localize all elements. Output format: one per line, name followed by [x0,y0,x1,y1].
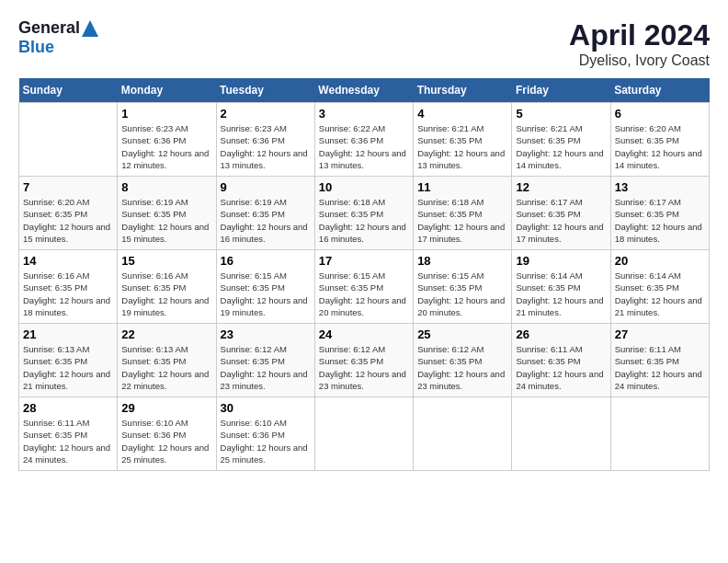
day-info: Sunrise: 6:22 AMSunset: 6:36 PMDaylight:… [319,122,409,171]
logo-blue-text: Blue [18,38,54,57]
day-info: Sunrise: 6:13 AMSunset: 6:35 PMDaylight:… [23,343,113,392]
day-number: 20 [615,254,705,268]
calendar-week-row: 28Sunrise: 6:11 AMSunset: 6:35 PMDayligh… [19,397,710,471]
table-row: 2Sunrise: 6:23 AMSunset: 6:36 PMDaylight… [216,103,314,177]
table-row: 12Sunrise: 6:17 AMSunset: 6:35 PMDayligh… [512,177,610,250]
calendar-week-row: 21Sunrise: 6:13 AMSunset: 6:35 PMDayligh… [19,324,710,397]
logo: General Blue [18,18,98,57]
col-friday: Friday [512,78,610,103]
day-number: 15 [121,254,211,268]
table-row: 28Sunrise: 6:11 AMSunset: 6:35 PMDayligh… [19,397,118,471]
day-number: 5 [516,107,606,121]
day-info: Sunrise: 6:14 AMSunset: 6:35 PMDaylight:… [516,270,606,318]
table-row: 14Sunrise: 6:16 AMSunset: 6:35 PMDayligh… [19,250,118,324]
table-row: 7Sunrise: 6:20 AMSunset: 6:35 PMDaylight… [19,177,118,250]
day-info: Sunrise: 6:18 AMSunset: 6:35 PMDaylight:… [417,196,507,245]
calendar-header-row: Sunday Monday Tuesday Wednesday Thursday… [19,78,710,103]
day-number: 27 [615,327,705,341]
table-row [610,397,709,471]
table-row: 23Sunrise: 6:12 AMSunset: 6:35 PMDayligh… [216,324,314,397]
table-row [19,103,118,177]
table-row: 29Sunrise: 6:10 AMSunset: 6:36 PMDayligh… [118,397,216,471]
day-number: 26 [516,327,606,341]
day-number: 23 [221,327,311,341]
day-info: Sunrise: 6:11 AMSunset: 6:35 PMDaylight:… [23,417,113,465]
day-info: Sunrise: 6:19 AMSunset: 6:35 PMDaylight:… [121,196,211,245]
day-number: 10 [319,180,409,194]
table-row: 22Sunrise: 6:13 AMSunset: 6:35 PMDayligh… [118,324,216,397]
day-info: Sunrise: 6:13 AMSunset: 6:35 PMDaylight:… [121,343,211,392]
day-info: Sunrise: 6:19 AMSunset: 6:35 PMDaylight:… [221,196,311,245]
day-number: 21 [23,327,113,341]
day-number: 25 [417,327,507,341]
day-number: 29 [121,401,211,415]
day-number: 30 [221,401,311,415]
table-row: 4Sunrise: 6:21 AMSunset: 6:35 PMDaylight… [414,103,512,177]
day-info: Sunrise: 6:15 AMSunset: 6:35 PMDaylight:… [417,270,507,318]
day-info: Sunrise: 6:20 AMSunset: 6:35 PMDaylight:… [23,196,113,245]
day-number: 22 [121,327,211,341]
day-number: 12 [516,180,606,194]
col-tuesday: Tuesday [216,78,314,103]
table-row [512,397,610,471]
day-info: Sunrise: 6:15 AMSunset: 6:35 PMDaylight:… [319,270,409,318]
day-info: Sunrise: 6:20 AMSunset: 6:35 PMDaylight:… [615,122,705,171]
svg-marker-0 [82,20,98,37]
page-title: April 2024 [569,18,710,52]
day-info: Sunrise: 6:12 AMSunset: 6:35 PMDaylight:… [417,343,507,392]
day-number: 8 [121,180,211,194]
day-number: 3 [319,107,409,121]
table-row: 30Sunrise: 6:10 AMSunset: 6:36 PMDayligh… [216,397,314,471]
day-number: 2 [221,107,311,121]
day-number: 24 [319,327,409,341]
table-row: 6Sunrise: 6:20 AMSunset: 6:35 PMDaylight… [610,103,709,177]
day-info: Sunrise: 6:12 AMSunset: 6:35 PMDaylight:… [221,343,311,392]
table-row: 5Sunrise: 6:21 AMSunset: 6:35 PMDaylight… [512,103,610,177]
day-number: 14 [23,254,113,268]
col-sunday: Sunday [19,78,118,103]
table-row: 17Sunrise: 6:15 AMSunset: 6:35 PMDayligh… [314,250,413,324]
day-info: Sunrise: 6:10 AMSunset: 6:36 PMDaylight:… [221,417,311,465]
col-saturday: Saturday [610,78,709,103]
day-info: Sunrise: 6:10 AMSunset: 6:36 PMDaylight:… [121,417,211,465]
table-row: 9Sunrise: 6:19 AMSunset: 6:35 PMDaylight… [216,177,314,250]
day-number: 1 [121,107,211,121]
page-header: General Blue April 2024 Dyeliso, Ivory C… [18,18,710,69]
table-row: 10Sunrise: 6:18 AMSunset: 6:35 PMDayligh… [314,177,413,250]
table-row: 1Sunrise: 6:23 AMSunset: 6:36 PMDaylight… [118,103,216,177]
day-info: Sunrise: 6:16 AMSunset: 6:35 PMDaylight:… [121,270,211,318]
logo-icon [82,20,98,37]
table-row: 3Sunrise: 6:22 AMSunset: 6:36 PMDaylight… [314,103,413,177]
day-info: Sunrise: 6:18 AMSunset: 6:35 PMDaylight:… [319,196,409,245]
table-row: 15Sunrise: 6:16 AMSunset: 6:35 PMDayligh… [118,250,216,324]
calendar-week-row: 7Sunrise: 6:20 AMSunset: 6:35 PMDaylight… [19,177,710,250]
day-info: Sunrise: 6:11 AMSunset: 6:35 PMDaylight:… [516,343,606,392]
table-row [314,397,413,471]
day-number: 4 [417,107,507,121]
day-info: Sunrise: 6:15 AMSunset: 6:35 PMDaylight:… [221,270,311,318]
col-monday: Monday [118,78,216,103]
day-number: 18 [417,254,507,268]
table-row: 20Sunrise: 6:14 AMSunset: 6:35 PMDayligh… [610,250,709,324]
day-number: 17 [319,254,409,268]
day-info: Sunrise: 6:17 AMSunset: 6:35 PMDaylight:… [516,196,606,245]
table-row [414,397,512,471]
day-number: 28 [23,401,113,415]
col-thursday: Thursday [414,78,512,103]
day-number: 13 [615,180,705,194]
day-info: Sunrise: 6:12 AMSunset: 6:35 PMDaylight:… [319,343,409,392]
day-number: 19 [516,254,606,268]
day-number: 16 [221,254,311,268]
table-row: 26Sunrise: 6:11 AMSunset: 6:35 PMDayligh… [512,324,610,397]
day-info: Sunrise: 6:23 AMSunset: 6:36 PMDaylight:… [121,122,211,171]
day-info: Sunrise: 6:23 AMSunset: 6:36 PMDaylight:… [221,122,311,171]
calendar-week-row: 14Sunrise: 6:16 AMSunset: 6:35 PMDayligh… [19,250,710,324]
page-subtitle: Dyeliso, Ivory Coast [569,52,710,69]
day-info: Sunrise: 6:16 AMSunset: 6:35 PMDaylight:… [23,270,113,318]
col-wednesday: Wednesday [314,78,413,103]
table-row: 8Sunrise: 6:19 AMSunset: 6:35 PMDaylight… [118,177,216,250]
table-row: 11Sunrise: 6:18 AMSunset: 6:35 PMDayligh… [414,177,512,250]
table-row: 21Sunrise: 6:13 AMSunset: 6:35 PMDayligh… [19,324,118,397]
table-row: 27Sunrise: 6:11 AMSunset: 6:35 PMDayligh… [610,324,709,397]
table-row: 24Sunrise: 6:12 AMSunset: 6:35 PMDayligh… [314,324,413,397]
